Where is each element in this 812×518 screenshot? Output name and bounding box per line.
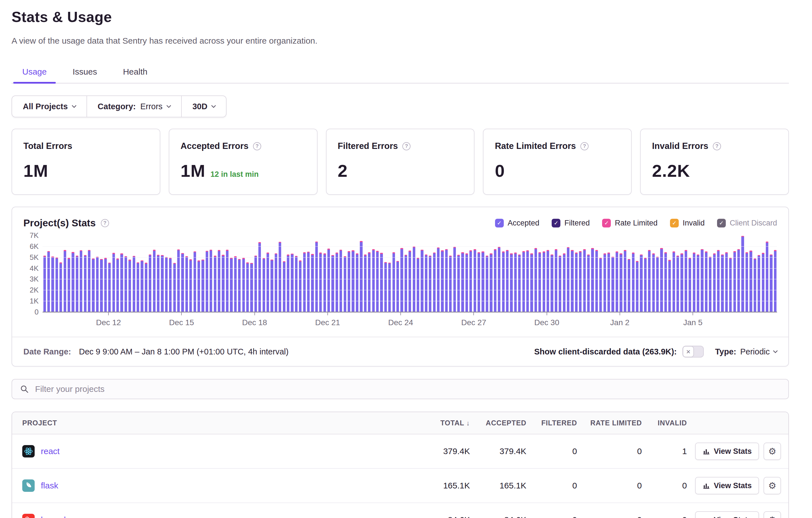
- chart-bar[interactable]: [319, 252, 322, 312]
- chart-bar[interactable]: [526, 250, 529, 312]
- chart-bar[interactable]: [425, 254, 428, 312]
- client-discard-toggle[interactable]: ×: [683, 346, 704, 358]
- chart-bar[interactable]: [632, 252, 635, 312]
- help-icon[interactable]: ?: [402, 142, 410, 150]
- chart-bar[interactable]: [254, 255, 257, 312]
- chart-bar[interactable]: [177, 249, 180, 312]
- chart-bar[interactable]: [44, 255, 46, 312]
- column-header-invalid[interactable]: INVALID: [642, 412, 687, 434]
- chart-bar[interactable]: [567, 247, 570, 312]
- help-icon[interactable]: ?: [253, 142, 261, 150]
- chart-bar[interactable]: [388, 263, 391, 312]
- chart-bar[interactable]: [486, 255, 488, 312]
- chart-bar[interactable]: [676, 255, 679, 312]
- chart-bar[interactable]: [145, 263, 147, 312]
- chart-bar[interactable]: [307, 252, 310, 312]
- chart-bar[interactable]: [206, 251, 208, 312]
- chart-bar[interactable]: [185, 256, 188, 312]
- chart-bar[interactable]: [400, 248, 403, 312]
- column-header-project[interactable]: PROJECT: [12, 412, 411, 434]
- chart-bar[interactable]: [697, 254, 699, 312]
- view-stats-button[interactable]: View Stats: [695, 477, 759, 494]
- chart-bar[interactable]: [689, 258, 691, 312]
- chart-bar[interactable]: [194, 251, 196, 312]
- chart-bar[interactable]: [71, 252, 74, 312]
- column-header-accepted[interactable]: ACCEPTED: [470, 412, 526, 434]
- chart-bar[interactable]: [96, 257, 98, 312]
- chart-plot-area[interactable]: Dec 12Dec 15Dec 18Dec 21Dec 24Dec 27Dec …: [42, 235, 777, 312]
- project-settings-button[interactable]: ⚙: [763, 443, 781, 460]
- chart-bar[interactable]: [137, 263, 139, 312]
- chart-bar[interactable]: [490, 253, 492, 312]
- chart-bar[interactable]: [457, 255, 460, 312]
- legend-item-filtered[interactable]: ✓ Filtered: [552, 219, 590, 227]
- help-icon[interactable]: ?: [713, 142, 721, 150]
- chart-bar[interactable]: [656, 257, 659, 312]
- chart-bar[interactable]: [323, 253, 326, 312]
- chart-bar[interactable]: [165, 257, 168, 312]
- chart-bar[interactable]: [409, 250, 411, 312]
- chart-bar[interactable]: [112, 253, 115, 312]
- chart-bar[interactable]: [551, 254, 553, 312]
- chart-bar[interactable]: [725, 252, 728, 312]
- chart-bar[interactable]: [348, 251, 350, 312]
- chart-bar[interactable]: [599, 258, 602, 312]
- chart-bar[interactable]: [429, 255, 431, 312]
- chart-bar[interactable]: [270, 260, 273, 312]
- chart-bar[interactable]: [266, 252, 269, 312]
- chart-bar[interactable]: [56, 257, 58, 312]
- chart-bar[interactable]: [770, 254, 772, 312]
- chart-bar[interactable]: [628, 259, 630, 312]
- chart-bar[interactable]: [372, 249, 375, 312]
- chart-bar[interactable]: [652, 253, 655, 312]
- chart-bar[interactable]: [624, 250, 626, 312]
- chart-bar[interactable]: [153, 250, 155, 312]
- chart-bar[interactable]: [705, 251, 707, 312]
- chart-bar[interactable]: [559, 255, 561, 312]
- chart-bar[interactable]: [680, 253, 683, 312]
- chart-bar[interactable]: [161, 255, 164, 312]
- chart-bar[interactable]: [104, 258, 107, 312]
- chart-bar[interactable]: [234, 256, 237, 312]
- chart-bar[interactable]: [522, 251, 525, 312]
- tab-issues[interactable]: Issues: [64, 63, 106, 83]
- chart-bar[interactable]: [405, 255, 407, 312]
- chart-bar[interactable]: [482, 251, 484, 312]
- column-header-filtered[interactable]: FILTERED: [526, 412, 577, 434]
- chart-bar[interactable]: [295, 256, 297, 312]
- project-link[interactable]: laravel: [41, 515, 66, 518]
- view-stats-button[interactable]: View Stats: [695, 443, 759, 460]
- chart-bar[interactable]: [88, 250, 90, 312]
- chart-bar[interactable]: [303, 252, 306, 312]
- chart-bar[interactable]: [352, 250, 354, 312]
- chart-bar[interactable]: [128, 260, 131, 312]
- chart-bar[interactable]: [238, 259, 241, 312]
- help-icon[interactable]: ?: [580, 142, 588, 150]
- chart-bar[interactable]: [230, 258, 232, 312]
- chart-bar[interactable]: [579, 251, 582, 312]
- chart-bar[interactable]: [518, 254, 521, 312]
- chart-bar[interactable]: [474, 249, 476, 312]
- chart-bar[interactable]: [149, 254, 151, 312]
- chart-bar[interactable]: [762, 253, 764, 312]
- chart-bar[interactable]: [279, 242, 281, 312]
- search-input[interactable]: [35, 384, 780, 394]
- chart-bar[interactable]: [619, 253, 622, 312]
- chart-bar[interactable]: [420, 250, 423, 312]
- chart-bar[interactable]: [746, 252, 748, 312]
- help-icon[interactable]: ?: [101, 219, 109, 227]
- column-header-rate-limited[interactable]: RATE LIMITED: [577, 412, 642, 434]
- chart-bar[interactable]: [287, 254, 289, 312]
- chart-bar[interactable]: [68, 258, 70, 312]
- chart-bar[interactable]: [571, 250, 573, 312]
- chart-bar[interactable]: [291, 254, 293, 312]
- chart-bar[interactable]: [477, 252, 480, 312]
- chart-bar[interactable]: [368, 252, 371, 312]
- chart-bar[interactable]: [173, 263, 176, 312]
- chart-bar[interactable]: [750, 250, 752, 312]
- chart-bar[interactable]: [120, 253, 123, 312]
- chart-bar[interactable]: [595, 250, 598, 312]
- chart-bar[interactable]: [494, 249, 496, 312]
- project-link[interactable]: react: [41, 447, 60, 456]
- chart-bar[interactable]: [47, 251, 50, 312]
